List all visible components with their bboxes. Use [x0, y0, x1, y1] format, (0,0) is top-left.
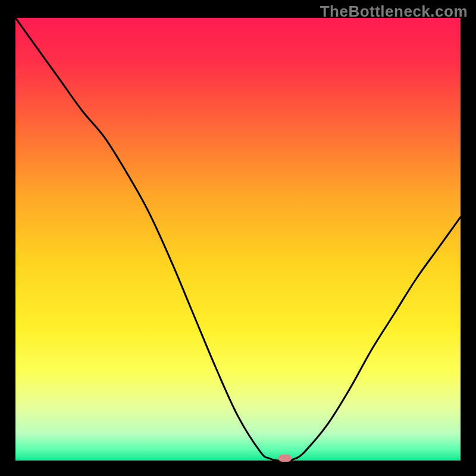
svg-rect-0 [15, 18, 461, 461]
plot-area [15, 18, 461, 461]
background-gradient [15, 18, 461, 461]
chart-container: TheBottleneck.com [0, 0, 476, 476]
minimum-marker [278, 455, 292, 462]
